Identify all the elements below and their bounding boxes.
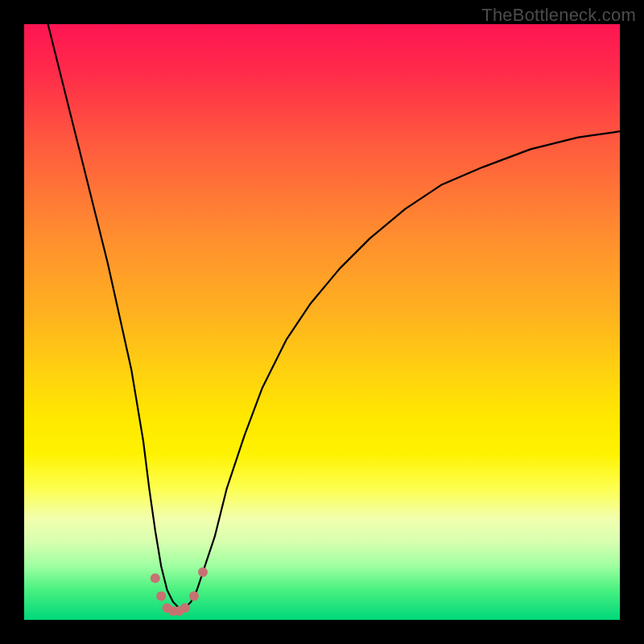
trough-markers — [151, 568, 208, 616]
bottleneck-curve — [48, 24, 620, 608]
curve-layer — [24, 24, 620, 620]
plot-area — [24, 24, 620, 620]
watermark-text: TheBottleneck.com — [481, 5, 636, 26]
trough-marker — [198, 568, 208, 577]
trough-marker — [156, 591, 166, 601]
trough-marker — [189, 591, 199, 601]
chart-frame: TheBottleneck.com — [0, 0, 644, 644]
trough-marker — [180, 603, 190, 613]
trough-marker — [151, 573, 160, 583]
